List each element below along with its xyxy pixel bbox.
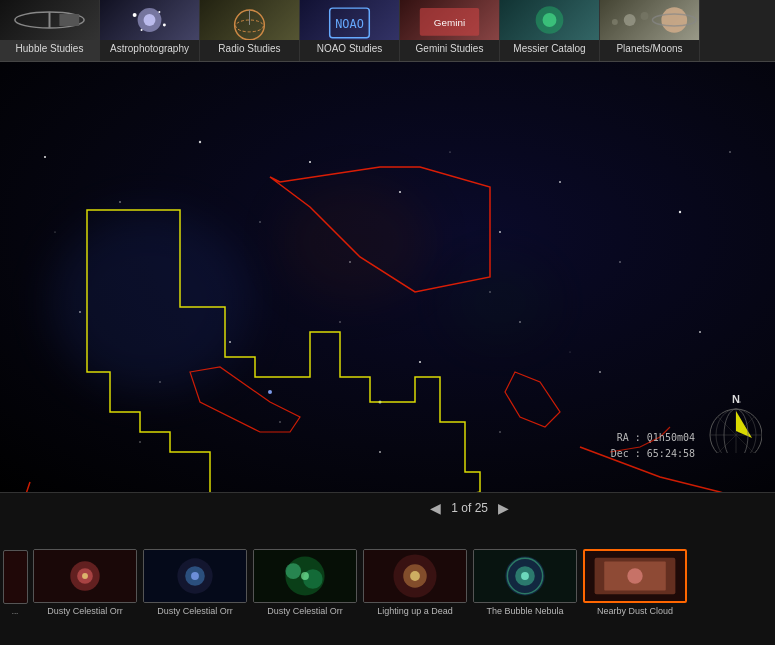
svg-point-33 — [619, 261, 621, 263]
thumb-caption-6: Nearby Dust Cloud — [583, 606, 687, 618]
compass-svg: N — [702, 393, 762, 453]
top-navigation: Hubble Studies Astrophotography Radio St… — [0, 0, 775, 62]
svg-text:N: N — [732, 393, 740, 405]
svg-marker-56 — [270, 167, 490, 292]
thumb-caption-5: The Bubble Nebula — [473, 606, 577, 618]
svg-point-39 — [339, 321, 340, 322]
next-page-button[interactable]: ▶ — [492, 500, 515, 516]
nav-label-messier: Messier Catalog — [513, 43, 585, 55]
svg-point-44 — [139, 441, 141, 443]
svg-marker-58 — [505, 372, 560, 427]
svg-point-45 — [279, 421, 280, 422]
svg-point-50 — [489, 291, 490, 292]
prev-page-button[interactable]: ◀ — [424, 500, 447, 516]
thumb-item-3[interactable]: Dusty Celestial Orr — [250, 549, 360, 618]
thumb-item-5[interactable]: The Bubble Nebula — [470, 549, 580, 618]
svg-marker-55 — [87, 210, 480, 492]
svg-point-4 — [144, 14, 156, 26]
nav-label-radio: Radio Studies — [218, 43, 280, 55]
svg-point-29 — [399, 191, 401, 193]
svg-point-85 — [410, 571, 420, 581]
svg-point-17 — [543, 13, 557, 27]
thumb-caption-2: Dusty Celestial Orr — [143, 606, 247, 618]
svg-point-81 — [301, 572, 309, 580]
svg-point-34 — [679, 211, 681, 213]
svg-point-28 — [349, 261, 351, 263]
svg-point-49 — [54, 231, 55, 232]
svg-point-76 — [191, 572, 199, 580]
svg-rect-68 — [4, 552, 27, 602]
svg-point-20 — [624, 14, 636, 26]
page-info: 1 of 25 — [447, 501, 492, 515]
svg-point-24 — [119, 201, 121, 203]
svg-point-37 — [159, 381, 161, 383]
constellation-overlay — [0, 62, 775, 492]
nav-item-planets[interactable]: Planets/Moons — [600, 0, 700, 61]
thumb-caption-4: Lighting up a Dead — [363, 606, 467, 618]
thumb-item-0[interactable]: ... — [0, 550, 30, 617]
svg-text:Gemini: Gemini — [434, 17, 465, 28]
compass-widget: N — [697, 393, 767, 488]
svg-point-51 — [570, 352, 571, 353]
svg-point-18 — [661, 7, 687, 33]
pagination-row: ◀ 1 of 25 ▶ — [0, 492, 775, 522]
dec-coordinate: Dec : 65:24:58 — [611, 446, 695, 462]
svg-point-21 — [641, 12, 649, 20]
thumb-item-1[interactable]: Dusty Celestial Orr — [30, 549, 140, 618]
thumb-item-2[interactable]: Dusty Celestial Orr — [140, 549, 250, 618]
svg-point-40 — [419, 361, 421, 363]
svg-point-38 — [229, 341, 231, 343]
svg-point-5 — [133, 13, 137, 17]
nav-item-messier[interactable]: Messier Catalog — [500, 0, 600, 61]
star-field-view[interactable]: RA : 01h50m04 Dec : 65:24:58 N — [0, 62, 775, 492]
svg-point-53 — [268, 390, 272, 394]
nav-label-hubble: Hubble Studies — [16, 43, 84, 55]
svg-point-46 — [379, 451, 381, 453]
svg-point-42 — [599, 371, 601, 373]
svg-point-25 — [199, 141, 201, 143]
svg-rect-2 — [59, 14, 79, 26]
svg-point-27 — [309, 161, 311, 163]
svg-point-31 — [499, 231, 501, 233]
svg-point-89 — [521, 572, 529, 580]
svg-point-32 — [559, 181, 561, 183]
svg-point-35 — [729, 151, 730, 152]
svg-point-41 — [519, 321, 521, 323]
thumb-caption-0: ... — [3, 607, 28, 617]
svg-point-43 — [699, 331, 701, 333]
svg-point-36 — [79, 311, 81, 313]
svg-point-22 — [612, 19, 618, 25]
nav-item-gemini[interactable]: Gemini Gemini Studies — [400, 0, 500, 61]
svg-point-79 — [285, 563, 301, 579]
svg-point-8 — [158, 11, 160, 13]
nav-item-astro[interactable]: Astrophotography — [100, 0, 200, 61]
svg-point-23 — [44, 156, 46, 158]
nav-item-radio[interactable]: Radio Studies — [200, 0, 300, 61]
thumb-caption-1: Dusty Celestial Orr — [33, 606, 137, 618]
nav-item-hubble[interactable]: Hubble Studies — [0, 0, 100, 61]
bottom-panel: ◀ 1 of 25 ▶ ... Dusty Celestial Orr — [0, 492, 775, 645]
thumb-item-4[interactable]: Lighting up a Dead — [360, 549, 470, 618]
thumb-caption-3: Dusty Celestial Orr — [253, 606, 357, 618]
svg-point-7 — [141, 29, 143, 31]
thumb-item-6[interactable]: Nearby Dust Cloud — [580, 549, 690, 618]
svg-point-47 — [499, 431, 501, 433]
nav-label-noao: NOAO Studies — [317, 43, 383, 55]
nav-item-noao[interactable]: NOAO NOAO Studies — [300, 0, 400, 61]
nav-label-gemini: Gemini Studies — [416, 43, 484, 55]
svg-point-30 — [449, 151, 450, 152]
svg-point-26 — [259, 221, 260, 222]
svg-point-72 — [82, 573, 88, 579]
thumbnail-strip: ... Dusty Celestial Orr — [0, 522, 775, 645]
nav-label-planets: Planets/Moons — [616, 43, 682, 55]
svg-point-94 — [627, 568, 642, 583]
nav-label-astro: Astrophotography — [110, 43, 189, 55]
svg-point-6 — [163, 23, 166, 26]
svg-text:NOAO: NOAO — [335, 17, 364, 31]
coordinates-display: RA : 01h50m04 Dec : 65:24:58 — [611, 430, 695, 462]
ra-coordinate: RA : 01h50m04 — [611, 430, 695, 446]
